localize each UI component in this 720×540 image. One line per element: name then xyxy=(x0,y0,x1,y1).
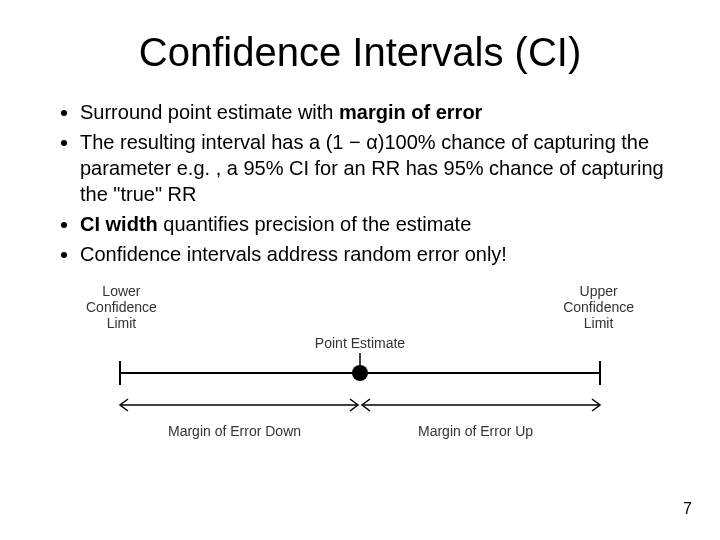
lower-confidence-limit-label: Lower Confidence Limit xyxy=(86,283,157,331)
lbl-line: Limit xyxy=(584,315,614,331)
bullet-text: Surround point estimate with xyxy=(80,101,339,123)
upper-confidence-limit-label: Upper Confidence Limit xyxy=(563,283,634,331)
bullet-text: quantifies precision of the estimate xyxy=(158,213,472,235)
bullet-text: The resulting interval has a (1 − α)100%… xyxy=(80,131,664,205)
page-title: Confidence Intervals (CI) xyxy=(40,30,680,75)
lbl-line: Lower xyxy=(102,283,140,299)
list-item: Surround point estimate with margin of e… xyxy=(80,99,680,125)
lbl-line: Limit xyxy=(107,315,137,331)
list-item: CI width quantifies precision of the est… xyxy=(80,211,680,237)
page-number: 7 xyxy=(683,500,692,518)
bullet-list: Surround point estimate with margin of e… xyxy=(40,99,680,267)
slide: Confidence Intervals (CI) Surround point… xyxy=(0,0,720,540)
svg-point-3 xyxy=(352,365,368,381)
bullet-strong: margin of error xyxy=(339,101,482,123)
bullet-text: Confidence intervals address random erro… xyxy=(80,243,507,265)
ci-diagram: Lower Confidence Limit Upper Confidence … xyxy=(80,283,640,453)
lbl-line: Confidence xyxy=(563,299,634,315)
list-item: The resulting interval has a (1 − α)100%… xyxy=(80,129,680,207)
lbl-line: Confidence xyxy=(86,299,157,315)
margin-down-label: Margin of Error Down xyxy=(168,423,301,439)
list-item: Confidence intervals address random erro… xyxy=(80,241,680,267)
lbl-line: Upper xyxy=(580,283,618,299)
bullet-strong: CI width xyxy=(80,213,158,235)
ci-line-graphic xyxy=(80,343,640,423)
margin-up-label: Margin of Error Up xyxy=(418,423,533,439)
